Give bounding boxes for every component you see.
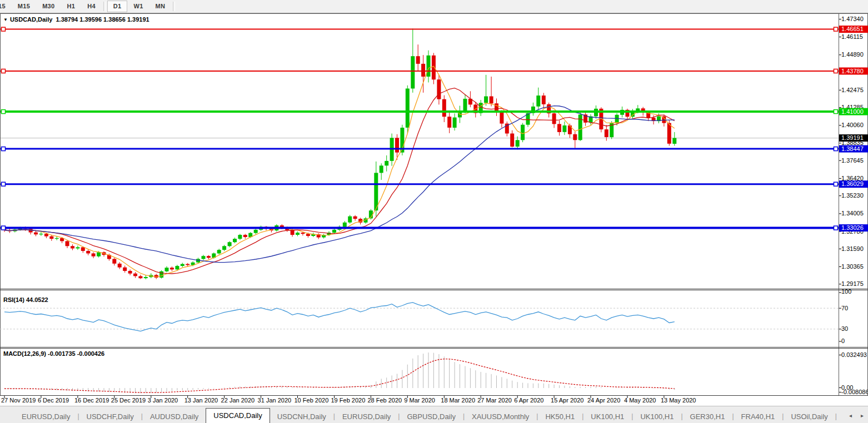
macd-indicator-label: MACD(12,26,9) -0.001735 -0.000426 xyxy=(3,350,104,357)
svg-text:1.43780: 1.43780 xyxy=(841,68,864,74)
chart-ohlc-values: 1.38794 1.39596 1.38656 1.39191 xyxy=(56,16,149,23)
ma-fast-line xyxy=(4,66,675,276)
svg-text:-0.008086: -0.008086 xyxy=(841,389,868,395)
svg-text:1.46651: 1.46651 xyxy=(841,26,864,32)
svg-text:6 Dec 2019: 6 Dec 2019 xyxy=(38,397,69,404)
svg-text:1.29175: 1.29175 xyxy=(841,280,864,287)
tab-usoil-daily[interactable]: USOil,Daily xyxy=(784,410,835,423)
svg-text:1.37645: 1.37645 xyxy=(841,157,864,164)
svg-text:27 Mar 2020: 27 Mar 2020 xyxy=(477,397,512,404)
svg-text:70: 70 xyxy=(841,305,848,311)
svg-text:22 Jan 2020: 22 Jan 2020 xyxy=(221,397,255,404)
svg-text:1.38447: 1.38447 xyxy=(841,145,864,152)
svg-text:1.41000: 1.41000 xyxy=(841,108,864,115)
svg-text:13 May 2020: 13 May 2020 xyxy=(661,397,696,404)
svg-text:19 Feb 2020: 19 Feb 2020 xyxy=(331,397,366,404)
symbol-tab-bar: EURUSD,Daily|USDCHF,Daily|AUDUSD,DailyUS… xyxy=(0,406,868,423)
tab-gbpusd-daily[interactable]: GBPUSD,Daily xyxy=(400,410,462,423)
svg-text:25 Dec 2019: 25 Dec 2019 xyxy=(111,397,146,404)
svg-text:1.39191: 1.39191 xyxy=(841,134,864,141)
svg-text:10 Feb 2020: 10 Feb 2020 xyxy=(295,397,329,404)
svg-text:1.30365: 1.30365 xyxy=(841,263,864,270)
svg-text:0.032493: 0.032493 xyxy=(841,351,867,358)
tab-usdjpy-h1[interactable]: USDJPY,H1 xyxy=(837,410,842,423)
svg-text:31 Jan 2020: 31 Jan 2020 xyxy=(258,397,292,404)
svg-text:1.33026: 1.33026 xyxy=(841,224,864,231)
tab-scroll-right-icon[interactable]: ▸ xyxy=(861,412,864,419)
svg-text:28 Feb 2020: 28 Feb 2020 xyxy=(367,397,402,404)
mt4-window: 15M15M30H1H4D1W1MN 1.473401.461151.44890… xyxy=(0,0,868,423)
tab-usdcad-daily[interactable]: USDCAD,Daily xyxy=(206,408,270,423)
svg-text:30: 30 xyxy=(841,325,848,332)
svg-text:27 Nov 2019: 27 Nov 2019 xyxy=(1,397,36,404)
collapse-arrow-icon[interactable]: ▼ xyxy=(3,17,8,22)
rsi-indicator-label: RSI(14) 44.0522 xyxy=(3,296,48,303)
tab-usdchf-daily[interactable]: USDCHF,Daily xyxy=(79,410,141,423)
tab-xauusd-monthly[interactable]: XAUUSD,Monthly xyxy=(465,410,536,423)
rsi-panel: 10070300 xyxy=(0,288,851,344)
svg-text:13 Jan 2020: 13 Jan 2020 xyxy=(184,397,218,404)
svg-text:1.35230: 1.35230 xyxy=(841,192,864,199)
chart-symbol-label: USDCAD,Daily xyxy=(10,16,52,23)
svg-text:4 May 2020: 4 May 2020 xyxy=(624,397,656,404)
svg-text:1.42475: 1.42475 xyxy=(841,87,864,93)
tab-uk100-h1[interactable]: UK100,H1 xyxy=(633,410,681,423)
candles xyxy=(3,29,677,280)
svg-text:6 Apr 2020: 6 Apr 2020 xyxy=(514,397,543,404)
tab-eurusd-daily[interactable]: EURUSD,Daily xyxy=(335,410,398,423)
svg-text:1.34005: 1.34005 xyxy=(841,210,864,216)
svg-text:1.46115: 1.46115 xyxy=(841,33,863,40)
svg-text:0: 0 xyxy=(841,338,845,344)
time-axis: 27 Nov 20196 Dec 201916 Dec 201925 Dec 2… xyxy=(1,396,696,404)
tab-uk100-h1[interactable]: UK100,H1 xyxy=(583,410,631,423)
tab-ger30-h1[interactable]: GER30,H1 xyxy=(683,410,732,423)
tab-scroll-arrows: ◂ ▸ xyxy=(849,412,864,419)
svg-text:1.36029: 1.36029 xyxy=(841,180,864,187)
svg-text:1.40060: 1.40060 xyxy=(841,122,864,128)
svg-text:1.47340: 1.47340 xyxy=(841,16,864,22)
tab-fra40-h1[interactable]: FRA40,H1 xyxy=(734,410,782,423)
ma-mid-line xyxy=(4,88,675,274)
chart-title: ▼USDCAD,Daily 1.38794 1.39596 1.38656 1.… xyxy=(3,16,149,23)
svg-text:100: 100 xyxy=(841,288,851,295)
tab-usdcnh-daily[interactable]: USDCNH,Daily xyxy=(270,410,333,423)
svg-text:9 Mar 2020: 9 Mar 2020 xyxy=(404,397,435,404)
svg-text:3 Jan 2020: 3 Jan 2020 xyxy=(148,397,178,404)
svg-text:1.44890: 1.44890 xyxy=(841,51,864,58)
tab-scroll-left-icon[interactable]: ◂ xyxy=(849,412,852,419)
svg-text:18 Mar 2020: 18 Mar 2020 xyxy=(441,397,475,404)
svg-text:16 Dec 2019: 16 Dec 2019 xyxy=(74,397,109,404)
chart-canvas[interactable]: 1.473401.461151.448901.424751.412851.400… xyxy=(0,0,868,406)
svg-text:24 Apr 2020: 24 Apr 2020 xyxy=(587,397,620,404)
macd-panel: 0.0324930.00-0.008086 xyxy=(4,351,868,395)
tab-hk50-h1[interactable]: HK50,H1 xyxy=(538,410,582,423)
svg-text:1.31590: 1.31590 xyxy=(841,245,864,252)
tab-audusd-daily[interactable]: AUDUSD,Daily xyxy=(143,410,206,423)
svg-text:15 Apr 2020: 15 Apr 2020 xyxy=(551,397,583,404)
tab-eurusd-daily[interactable]: EURUSD,Daily xyxy=(14,410,77,423)
symbol-tabs: EURUSD,Daily|USDCHF,Daily|AUDUSD,DailyUS… xyxy=(0,408,842,423)
